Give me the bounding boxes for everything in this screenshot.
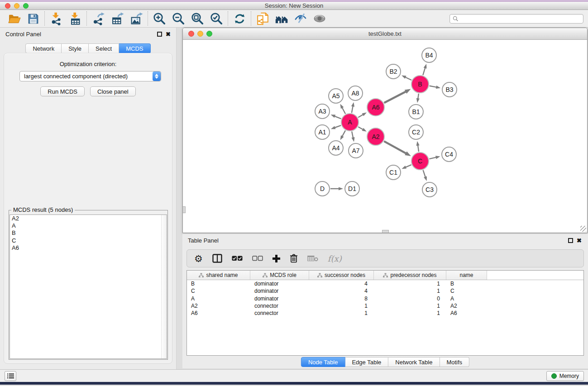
network-window-titlebar[interactable]: testGlobe.txt — [183, 28, 587, 40]
table-cell: connector — [250, 303, 309, 309]
graph-edge-B-B2[interactable] — [405, 77, 411, 80]
graph-edge-C-C1[interactable] — [405, 165, 411, 167]
refresh-button[interactable] — [230, 11, 249, 26]
import-table-button[interactable] — [66, 11, 85, 26]
graph-edge-A-A3[interactable] — [334, 116, 341, 119]
column-header-predecessor-nodes[interactable]: predecessor nodes — [374, 271, 446, 280]
delete-table-icon — [307, 255, 318, 262]
search-input[interactable] — [459, 15, 580, 22]
network-canvas[interactable]: B4B2BB3A8A5A6A3B1AA1C2A2A4A7C4CC1C3DD1 — [183, 40, 587, 233]
graph-edge-A-A1[interactable] — [334, 125, 341, 128]
resize-grip-icon[interactable] — [580, 226, 586, 232]
export-table-button[interactable] — [108, 11, 127, 26]
graph-edge-A-A8[interactable] — [352, 106, 353, 113]
task-history-button[interactable] — [5, 371, 16, 381]
float-panel-icon[interactable] — [157, 32, 162, 37]
zoom-in-button[interactable] — [150, 11, 169, 26]
table-row[interactable]: Cdominator41C — [187, 287, 583, 295]
delete-table-button[interactable] — [307, 252, 318, 265]
table-cell: 1 — [374, 288, 446, 294]
zoom-out-button[interactable] — [169, 11, 188, 26]
table-tabs: Node Table Edge Table Network Table Moti… — [301, 357, 469, 367]
float-table-panel-icon[interactable] — [568, 238, 573, 243]
tab-network[interactable]: Network — [25, 43, 62, 53]
hide-selected-button[interactable] — [291, 11, 310, 26]
zoom-fit-button[interactable] — [188, 11, 207, 26]
function-builder-button[interactable]: f(x) — [328, 252, 342, 265]
network-from-file-button[interactable] — [253, 11, 272, 26]
table-row[interactable]: A2connector11A2 — [187, 302, 583, 310]
tab-mcds[interactable]: MCDS — [119, 43, 150, 53]
memory-button[interactable]: Memory — [546, 371, 584, 381]
choose-columns-button[interactable] — [212, 252, 222, 265]
result-list-item[interactable]: B — [10, 229, 167, 237]
graph-edge-A6-B[interactable] — [384, 91, 406, 103]
graph-edge-arrow — [424, 64, 427, 69]
graph-edge-A-A6[interactable] — [358, 114, 363, 118]
table-cell: 4 — [309, 281, 374, 287]
export-image-button[interactable] — [127, 11, 146, 26]
graph-edge-A-A2[interactable] — [358, 127, 363, 130]
graph-edge-C-C2[interactable] — [418, 145, 419, 152]
column-header-successor-nodes[interactable]: successor nodes — [309, 271, 374, 280]
left-edge-handle[interactable] — [183, 206, 186, 213]
list-icon — [7, 373, 14, 379]
close-panel-button[interactable]: Close panel — [90, 86, 136, 96]
import-network-icon — [50, 12, 63, 25]
graph-node-label: A7 — [352, 147, 359, 154]
search-icon — [453, 16, 459, 22]
toolbar-separator — [44, 11, 45, 26]
graph-node-label: C — [418, 157, 422, 165]
graph-edge-A2-C[interactable] — [384, 141, 406, 154]
bottom-edge-handle[interactable] — [382, 230, 389, 233]
open-session-button[interactable] — [5, 11, 24, 26]
criterion-dropdown[interactable]: largest connected component (directed) — [19, 71, 161, 81]
result-list-item[interactable]: A6 — [10, 244, 167, 252]
zoom-selected-button[interactable] — [207, 11, 226, 26]
show-hidden-button[interactable] — [310, 11, 329, 26]
table-row[interactable]: Bdominator41B — [187, 280, 583, 287]
table-settings-button[interactable]: ⚙ — [194, 252, 203, 265]
graph-node-label: A5 — [332, 92, 339, 100]
zoom-in-icon — [153, 12, 166, 25]
close-panel-icon[interactable]: ✖ — [166, 32, 171, 37]
show-networks-home-button[interactable] — [272, 11, 291, 26]
unselect-all-columns-button[interactable] — [252, 252, 263, 265]
run-mcds-button[interactable]: Run MCDS — [40, 86, 85, 96]
graph-edge-C-C4[interactable] — [429, 157, 436, 159]
result-scrollbar[interactable] — [161, 215, 167, 358]
table-cell: B — [446, 281, 487, 287]
graph-edge-A-A7[interactable] — [352, 132, 353, 138]
graph-edge-B-B4[interactable] — [423, 67, 425, 75]
graph-edge-A-A4[interactable] — [342, 130, 345, 137]
tree-icon — [199, 273, 204, 278]
result-list-item[interactable]: A — [10, 222, 167, 229]
tab-motifs[interactable]: Motifs — [440, 357, 469, 367]
table-cell: A2 — [187, 303, 250, 309]
import-network-button[interactable] — [47, 11, 66, 26]
close-table-panel-icon[interactable]: ✖ — [577, 238, 582, 243]
result-list-item[interactable]: C — [10, 237, 167, 244]
graph-edge-B-B3[interactable] — [430, 86, 437, 87]
table-row[interactable]: A6connector11A6 — [187, 310, 583, 317]
column-header-MCDS-role[interactable]: MCDS role — [250, 271, 309, 280]
tab-select[interactable]: Select — [89, 43, 119, 53]
tab-node-table[interactable]: Node Table — [301, 357, 345, 367]
select-all-columns-button[interactable] — [232, 252, 243, 265]
add-column-button[interactable] — [272, 252, 280, 265]
tab-network-table[interactable]: Network Table — [388, 357, 440, 367]
graph-node-label: B1 — [412, 108, 420, 115]
tab-style[interactable]: Style — [62, 43, 89, 53]
export-network-button[interactable] — [89, 11, 108, 26]
tab-edge-table[interactable]: Edge Table — [345, 357, 388, 367]
delete-columns-button[interactable] — [290, 252, 298, 265]
graph-edge-C-C3[interactable] — [423, 170, 426, 178]
save-session-button[interactable] — [24, 11, 43, 26]
search-field[interactable] — [449, 14, 583, 24]
column-header-shared-name[interactable]: shared name — [187, 271, 250, 280]
column-header-name[interactable]: name — [446, 271, 487, 280]
result-list-item[interactable]: A2 — [10, 215, 167, 222]
graph-node-label: A2 — [372, 133, 379, 140]
graph-edge-A-A5[interactable] — [342, 107, 345, 114]
table-row[interactable]: Adominator80A — [187, 295, 583, 302]
